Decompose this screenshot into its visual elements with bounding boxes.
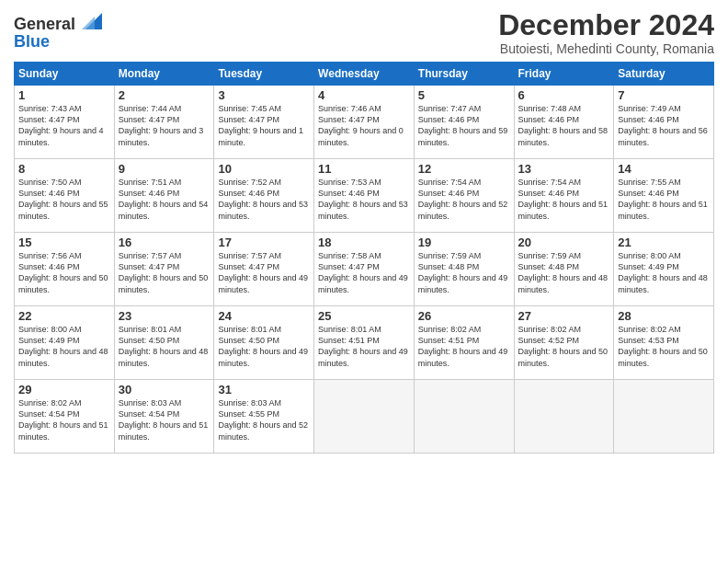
day-info: Sunrise: 7:56 AMSunset: 4:46 PMDaylight:…	[18, 250, 110, 295]
day-number: 15	[18, 236, 110, 249]
day-number: 31	[218, 383, 310, 396]
col-header-saturday: Saturday	[614, 63, 714, 86]
title-block: December 2024 Butoiesti, Mehedinti Count…	[498, 9, 714, 56]
day-number: 10	[218, 162, 310, 176]
day-number: 21	[618, 236, 710, 249]
day-info: Sunrise: 8:00 AMSunset: 4:49 PMDaylight:…	[18, 324, 110, 369]
day-number: 5	[418, 88, 510, 102]
logo-blue-text: Blue	[14, 33, 50, 50]
calendar-week-1: 1Sunrise: 7:43 AMSunset: 4:47 PMDaylight…	[15, 86, 714, 159]
day-info: Sunrise: 7:54 AMSunset: 4:46 PMDaylight:…	[518, 177, 610, 222]
day-number: 25	[318, 309, 410, 323]
calendar-cell: 29Sunrise: 8:02 AMSunset: 4:54 PMDayligh…	[15, 380, 115, 454]
day-info: Sunrise: 7:46 AMSunset: 4:47 PMDaylight:…	[318, 103, 410, 148]
day-number: 28	[618, 309, 710, 323]
day-info: Sunrise: 7:55 AMSunset: 4:46 PMDaylight:…	[618, 177, 710, 222]
day-number: 3	[218, 88, 310, 102]
calendar-cell	[614, 380, 714, 454]
calendar-cell: 12Sunrise: 7:54 AMSunset: 4:46 PMDayligh…	[414, 159, 514, 233]
day-number: 19	[418, 236, 510, 249]
col-header-sunday: Sunday	[15, 63, 115, 86]
calendar-cell: 22Sunrise: 8:00 AMSunset: 4:49 PMDayligh…	[15, 306, 115, 380]
day-number: 20	[518, 236, 610, 249]
day-number: 22	[18, 309, 110, 323]
day-info: Sunrise: 7:45 AMSunset: 4:47 PMDaylight:…	[218, 103, 310, 148]
day-info: Sunrise: 8:02 AMSunset: 4:51 PMDaylight:…	[418, 324, 510, 369]
calendar-cell	[314, 380, 415, 454]
day-number: 18	[318, 236, 410, 249]
day-number: 27	[518, 309, 610, 323]
calendar-cell: 14Sunrise: 7:55 AMSunset: 4:46 PMDayligh…	[614, 159, 714, 233]
calendar-week-3: 15Sunrise: 7:56 AMSunset: 4:46 PMDayligh…	[15, 233, 714, 306]
calendar-cell: 17Sunrise: 7:57 AMSunset: 4:47 PMDayligh…	[214, 233, 314, 306]
calendar-cell: 6Sunrise: 7:48 AMSunset: 4:46 PMDaylight…	[514, 86, 614, 159]
calendar-cell: 13Sunrise: 7:54 AMSunset: 4:46 PMDayligh…	[514, 159, 614, 233]
calendar-cell: 2Sunrise: 7:44 AMSunset: 4:47 PMDaylight…	[114, 86, 214, 159]
calendar-cell: 27Sunrise: 8:02 AMSunset: 4:52 PMDayligh…	[514, 306, 614, 380]
day-info: Sunrise: 8:01 AMSunset: 4:51 PMDaylight:…	[318, 324, 410, 369]
calendar-cell: 25Sunrise: 8:01 AMSunset: 4:51 PMDayligh…	[314, 306, 415, 380]
day-info: Sunrise: 7:52 AMSunset: 4:46 PMDaylight:…	[218, 177, 310, 222]
month-title: December 2024	[498, 9, 714, 41]
calendar-header-row: SundayMondayTuesdayWednesdayThursdayFrid…	[15, 63, 714, 86]
day-number: 11	[318, 162, 410, 176]
svg-marker-1	[82, 17, 95, 29]
col-header-wednesday: Wednesday	[314, 63, 415, 86]
day-info: Sunrise: 8:02 AMSunset: 4:53 PMDaylight:…	[618, 324, 710, 369]
calendar-cell	[414, 380, 514, 454]
calendar-cell: 28Sunrise: 8:02 AMSunset: 4:53 PMDayligh…	[614, 306, 714, 380]
day-info: Sunrise: 7:51 AMSunset: 4:46 PMDaylight:…	[119, 177, 210, 222]
calendar-cell: 19Sunrise: 7:59 AMSunset: 4:48 PMDayligh…	[414, 233, 514, 306]
calendar-week-5: 29Sunrise: 8:02 AMSunset: 4:54 PMDayligh…	[15, 380, 714, 454]
calendar-cell: 7Sunrise: 7:49 AMSunset: 4:46 PMDaylight…	[614, 86, 714, 159]
calendar-cell	[514, 380, 614, 454]
day-number: 23	[119, 309, 210, 323]
calendar-cell: 15Sunrise: 7:56 AMSunset: 4:46 PMDayligh…	[15, 233, 115, 306]
day-info: Sunrise: 7:57 AMSunset: 4:47 PMDaylight:…	[218, 250, 310, 295]
calendar-cell: 11Sunrise: 7:53 AMSunset: 4:46 PMDayligh…	[314, 159, 415, 233]
day-info: Sunrise: 7:54 AMSunset: 4:46 PMDaylight:…	[418, 177, 510, 222]
day-number: 16	[119, 236, 210, 249]
day-info: Sunrise: 7:43 AMSunset: 4:47 PMDaylight:…	[18, 103, 110, 148]
day-info: Sunrise: 7:53 AMSunset: 4:46 PMDaylight:…	[318, 177, 410, 222]
day-number: 29	[18, 383, 110, 396]
day-number: 4	[318, 88, 410, 102]
calendar-cell: 31Sunrise: 8:03 AMSunset: 4:55 PMDayligh…	[214, 380, 314, 454]
day-info: Sunrise: 7:57 AMSunset: 4:47 PMDaylight:…	[119, 250, 210, 295]
day-info: Sunrise: 7:59 AMSunset: 4:48 PMDaylight:…	[418, 250, 510, 295]
calendar-cell: 26Sunrise: 8:02 AMSunset: 4:51 PMDayligh…	[414, 306, 514, 380]
logo: General Blue	[14, 13, 102, 50]
day-info: Sunrise: 8:02 AMSunset: 4:52 PMDaylight:…	[518, 324, 610, 369]
day-number: 26	[418, 309, 510, 323]
day-number: 17	[218, 236, 310, 249]
logo-icon	[82, 13, 102, 29]
calendar-cell: 9Sunrise: 7:51 AMSunset: 4:46 PMDaylight…	[114, 159, 214, 233]
day-info: Sunrise: 7:47 AMSunset: 4:46 PMDaylight:…	[418, 103, 510, 148]
calendar-cell: 23Sunrise: 8:01 AMSunset: 4:50 PMDayligh…	[114, 306, 214, 380]
calendar-cell: 5Sunrise: 7:47 AMSunset: 4:46 PMDaylight…	[414, 86, 514, 159]
day-info: Sunrise: 8:02 AMSunset: 4:54 PMDaylight:…	[18, 397, 110, 442]
calendar-cell: 20Sunrise: 7:59 AMSunset: 4:48 PMDayligh…	[514, 233, 614, 306]
calendar-week-2: 8Sunrise: 7:50 AMSunset: 4:46 PMDaylight…	[15, 159, 714, 233]
day-number: 30	[119, 383, 210, 396]
header: General Blue December 2024 Butoiesti, Me…	[14, 9, 714, 56]
col-header-monday: Monday	[114, 63, 214, 86]
calendar-cell: 8Sunrise: 7:50 AMSunset: 4:46 PMDaylight…	[15, 159, 115, 233]
calendar-cell: 4Sunrise: 7:46 AMSunset: 4:47 PMDaylight…	[314, 86, 415, 159]
calendar-cell: 3Sunrise: 7:45 AMSunset: 4:47 PMDaylight…	[214, 86, 314, 159]
day-number: 14	[618, 162, 710, 176]
day-info: Sunrise: 7:58 AMSunset: 4:47 PMDaylight:…	[318, 250, 410, 295]
location-subtitle: Butoiesti, Mehedinti County, Romania	[498, 41, 714, 56]
calendar-cell: 21Sunrise: 8:00 AMSunset: 4:49 PMDayligh…	[614, 233, 714, 306]
day-number: 8	[18, 162, 110, 176]
calendar-cell: 16Sunrise: 7:57 AMSunset: 4:47 PMDayligh…	[114, 233, 214, 306]
day-number: 12	[418, 162, 510, 176]
calendar-cell: 18Sunrise: 7:58 AMSunset: 4:47 PMDayligh…	[314, 233, 415, 306]
day-info: Sunrise: 7:49 AMSunset: 4:46 PMDaylight:…	[618, 103, 710, 148]
col-header-tuesday: Tuesday	[214, 63, 314, 86]
day-info: Sunrise: 8:03 AMSunset: 4:54 PMDaylight:…	[119, 397, 210, 442]
day-info: Sunrise: 8:01 AMSunset: 4:50 PMDaylight:…	[119, 324, 210, 369]
day-info: Sunrise: 7:50 AMSunset: 4:46 PMDaylight:…	[18, 177, 110, 222]
calendar-cell: 1Sunrise: 7:43 AMSunset: 4:47 PMDaylight…	[15, 86, 115, 159]
day-number: 9	[119, 162, 210, 176]
